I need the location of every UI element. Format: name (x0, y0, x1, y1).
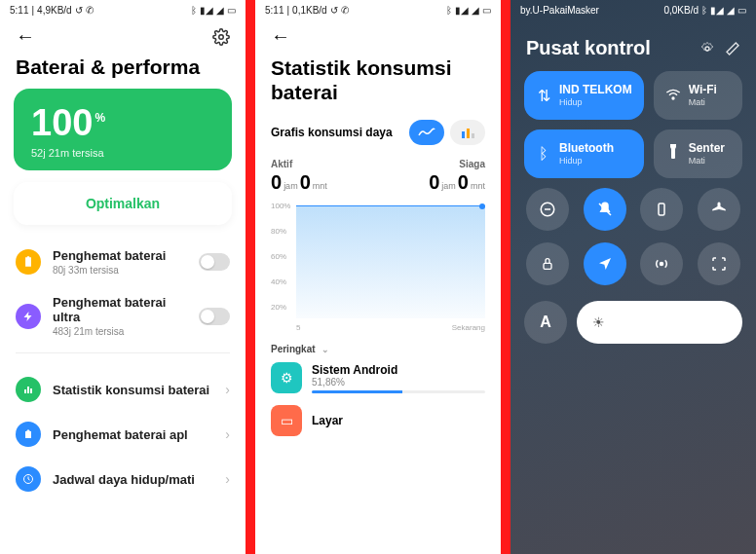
signal-icon: ▮◢ (455, 5, 469, 16)
signal-icon: ◢ (216, 5, 224, 16)
battery-saver-row[interactable]: Penghemat baterai 80j 33m tersisa (0, 239, 246, 285)
page-title: Baterai & performa (0, 52, 246, 89)
row-title: Jadwal daya hidup/mati (53, 472, 213, 487)
settings-icon[interactable] (699, 41, 715, 56)
brightness-icon: ☀ (592, 314, 605, 330)
row-title: Penghemat baterai ultra (53, 295, 187, 324)
app-pct: 51,86% (312, 377, 485, 388)
carrier: by.U-PakaiMasker (520, 5, 599, 16)
wifi-icon (665, 87, 681, 104)
signal-icon: ◢ (472, 5, 479, 16)
row-title: Statistik konsumsi baterai (53, 383, 213, 397)
ultra-saver-icon (16, 304, 41, 329)
status-bar: 5:11 | 4,9KB/d ↺ ✆ ᛒ ▮◢ ◢ ▭ (0, 0, 246, 19)
row-title: Penghemat baterai apl (53, 427, 213, 442)
toggle-autorotate[interactable] (640, 188, 683, 231)
app-name: Sistem Android (312, 363, 485, 377)
optimize-button[interactable]: Optimalkan (14, 182, 232, 225)
whatsapp-icon: ✆ (341, 5, 349, 16)
svg-rect-5 (462, 131, 465, 138)
ultra-saver-row[interactable]: Penghemat baterai ultra 483j 21m tersisa (0, 285, 246, 347)
phone-battery-stats: 5:11 | 0,1KB/d ↺ ✆ ᛒ ▮◢ ◢ ▭ ← Statistik … (255, 0, 501, 554)
toggle-auto-brightness[interactable]: A (524, 301, 567, 344)
settings-icon[interactable] (212, 28, 230, 46)
status-time: 5:11 (265, 5, 284, 16)
app-row-system[interactable]: ⚙ Sistem Android 51,86% (255, 356, 501, 399)
svg-point-9 (672, 97, 674, 99)
schedule-icon (16, 466, 41, 492)
app-name: Layar (312, 414, 485, 427)
battery-card: 100% 52j 21m tersisa (14, 89, 232, 170)
svg-rect-7 (472, 133, 474, 138)
graph-bars-button[interactable] (450, 120, 485, 145)
back-button[interactable]: ← (16, 25, 35, 48)
screenshot-divider (501, 0, 510, 554)
battery-icon: ▭ (482, 5, 491, 16)
android-icon: ⚙ (271, 362, 302, 393)
page-title: Statistik konsumsi baterai (255, 52, 501, 112)
brightness-slider[interactable]: ☀ (577, 301, 742, 344)
chevron-right-icon: › (225, 426, 230, 442)
page-title: Pusat kontrol (526, 37, 651, 59)
graph-line-button[interactable] (409, 120, 444, 145)
app-saver-icon (16, 422, 41, 447)
active-time: 0jam 0mnt (271, 171, 327, 194)
phone-battery-performance: 5:11 | 4,9KB/d ↺ ✆ ᛒ ▮◢ ◢ ▭ ← Baterai & … (0, 0, 246, 554)
back-button[interactable]: ← (271, 25, 290, 47)
svg-point-8 (705, 47, 709, 51)
toggle-airplane[interactable] (698, 188, 740, 231)
whatsapp-icon: ✆ (86, 5, 94, 16)
bluetooth-icon: ᛒ (191, 5, 197, 16)
app-row-screen[interactable]: ▭ Layar (255, 399, 501, 442)
toggle-screenshot[interactable] (698, 242, 740, 285)
battery-icon: ▭ (227, 5, 236, 16)
ultra-saver-toggle[interactable] (199, 308, 230, 325)
chevron-down-icon[interactable]: ⌄ (321, 345, 329, 354)
svg-rect-12 (544, 263, 551, 269)
app-saver-link[interactable]: Penghemat baterai apl › (0, 412, 246, 457)
stats-icon (16, 377, 41, 402)
tile-mobile-data[interactable]: ⇅ IND TELKOMHidup (524, 71, 644, 120)
active-label: Aktif (271, 159, 292, 169)
sync-icon: ↺ (330, 5, 338, 16)
schedule-link[interactable]: Jadwal daya hidup/mati › (0, 457, 246, 501)
screen-icon: ▭ (271, 405, 302, 436)
svg-point-13 (661, 263, 663, 266)
idle-time: 0jam 0mnt (429, 171, 485, 194)
toggle-hotspot[interactable] (640, 242, 683, 285)
battery-estimate: 52j 21m tersisa (31, 147, 214, 159)
battery-icon: ▭ (737, 5, 746, 16)
bluetooth-icon: ᛒ (536, 145, 551, 163)
sync-icon: ↺ (75, 5, 83, 16)
divider (16, 352, 230, 353)
signal-icon: ▮◢ (200, 5, 213, 16)
tile-wifi[interactable]: Wi-FiMati (654, 71, 742, 120)
tile-bluetooth[interactable]: ᛒ BluetoothHidup (524, 129, 644, 178)
stats-link[interactable]: Statistik konsumsi baterai › (0, 367, 246, 412)
chevron-right-icon: › (225, 382, 230, 397)
toggle-dnd[interactable] (526, 188, 569, 231)
bluetooth-icon: ᛒ (446, 5, 452, 16)
status-net: 0,1KB/d (292, 5, 327, 16)
status-bar: by.U-PakaiMasker 0,0KB/d ᛒ ▮◢ ◢ ▭ (510, 0, 756, 19)
flashlight-icon (665, 144, 681, 164)
status-net: 0,0KB/d (663, 5, 699, 16)
status-bar: 5:11 | 0,1KB/d ↺ ✆ ᛒ ▮◢ ◢ ▭ (255, 0, 501, 19)
row-sub: 483j 21m tersisa (53, 326, 187, 337)
bluetooth-icon: ᛒ (701, 5, 707, 16)
row-sub: 80j 33m tersisa (53, 265, 187, 276)
svg-rect-11 (659, 203, 664, 215)
idle-label: Siaga (459, 159, 485, 169)
edit-icon[interactable] (725, 41, 740, 56)
toggle-mute[interactable] (584, 188, 626, 231)
status-net: 4,9KB/d (37, 5, 72, 16)
tile-flashlight[interactable]: SenterMati (654, 129, 742, 178)
screenshot-divider (246, 0, 255, 554)
battery-saver-toggle[interactable] (199, 253, 230, 271)
battery-chart: 100% 80% 60% 40% 20% 5 Sekarang (271, 205, 485, 332)
signal-icon: ◢ (727, 5, 735, 16)
toggle-location[interactable] (584, 242, 626, 285)
chart-endpoint-dot (479, 203, 485, 209)
toggle-lock[interactable] (526, 242, 569, 285)
chart-plot (296, 205, 485, 318)
